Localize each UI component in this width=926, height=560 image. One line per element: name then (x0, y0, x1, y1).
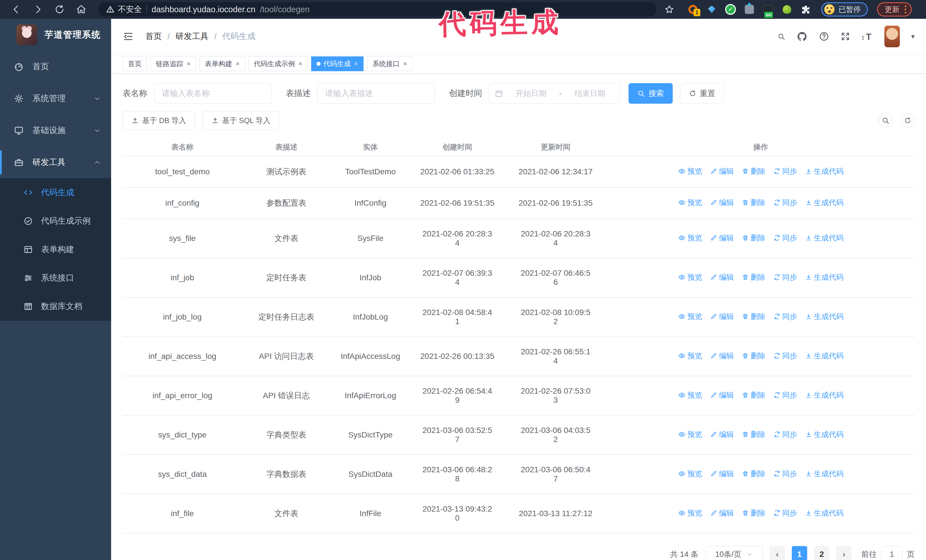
hamburger-icon[interactable] (123, 31, 134, 42)
browser-update-button[interactable]: 更新 (877, 2, 912, 17)
action-edit-link[interactable]: 编辑 (710, 351, 734, 360)
action-sync-link[interactable]: 同步 (773, 198, 797, 207)
action-edit-link[interactable]: 编辑 (710, 273, 734, 282)
browser-reload-button[interactable] (51, 2, 68, 17)
extension-icon-gem[interactable] (706, 4, 717, 15)
action-preview-link[interactable]: 预览 (678, 430, 702, 439)
extensions-puzzle-icon[interactable] (800, 4, 811, 15)
toggle-search-button[interactable] (879, 114, 893, 127)
sidebar-item-home[interactable]: 首页 (0, 51, 111, 83)
extension-icon-orange[interactable]: 1 (687, 4, 699, 15)
action-generate-link[interactable]: 生成代码 (805, 273, 844, 282)
reset-button[interactable]: 重置 (680, 83, 724, 104)
action-delete-link[interactable]: 删除 (742, 469, 766, 478)
action-delete-link[interactable]: 删除 (742, 509, 766, 518)
site-security-warning[interactable]: 不安全 (106, 4, 142, 15)
action-edit-link[interactable]: 编辑 (710, 198, 734, 207)
refresh-table-button[interactable] (901, 114, 915, 127)
sidebar-item-form-builder[interactable]: 表单构建 (0, 235, 111, 264)
page-button-1[interactable]: 1 (792, 546, 807, 560)
action-edit-link[interactable]: 编辑 (710, 233, 734, 242)
search-button[interactable]: 搜索 (628, 83, 673, 104)
action-sync-link[interactable]: 同步 (773, 469, 797, 478)
action-generate-link[interactable]: 生成代码 (805, 509, 844, 518)
action-edit-link[interactable]: 编辑 (710, 167, 734, 176)
action-sync-link[interactable]: 同步 (773, 509, 797, 518)
table-name-input[interactable] (154, 83, 272, 104)
close-icon[interactable]: × (403, 60, 407, 68)
action-generate-link[interactable]: 生成代码 (805, 351, 844, 360)
date-range-picker[interactable]: 开始日期 - 结束日期 (489, 83, 620, 104)
close-icon[interactable]: × (354, 60, 358, 68)
action-edit-link[interactable]: 编辑 (710, 469, 734, 478)
extension-icon-proxy[interactable]: on (763, 4, 774, 15)
fullscreen-icon[interactable] (841, 32, 850, 41)
action-preview-link[interactable]: 预览 (678, 233, 702, 242)
tab-api[interactable]: 系统接口× (367, 56, 413, 71)
tab-codegen-example[interactable]: 代码生成示例× (248, 56, 308, 71)
action-delete-link[interactable]: 删除 (742, 430, 766, 439)
page-size-select[interactable]: 10条/页 (706, 546, 763, 560)
search-icon[interactable] (778, 33, 785, 41)
action-delete-link[interactable]: 删除 (742, 312, 766, 321)
browser-back-button[interactable] (8, 2, 25, 17)
prev-page-button[interactable]: ‹ (770, 546, 785, 560)
action-edit-link[interactable]: 编辑 (710, 391, 734, 400)
action-preview-link[interactable]: 预览 (678, 391, 702, 400)
browser-home-button[interactable] (73, 2, 90, 17)
action-sync-link[interactable]: 同步 (773, 430, 797, 439)
import-sql-button[interactable]: 基于 SQL 导入 (203, 111, 280, 130)
action-edit-link[interactable]: 编辑 (710, 509, 734, 518)
bookmark-star-icon[interactable] (660, 2, 678, 17)
action-delete-link[interactable]: 删除 (742, 233, 766, 242)
close-icon[interactable]: × (236, 60, 240, 68)
sidebar-item-devtools[interactable]: 研发工具 (0, 146, 111, 178)
browser-forward-button[interactable] (29, 2, 47, 17)
browser-menu-icon[interactable] (905, 5, 906, 14)
action-generate-link[interactable]: 生成代码 (805, 198, 844, 207)
action-delete-link[interactable]: 删除 (742, 391, 766, 400)
text-size-icon[interactable]: tT (862, 31, 873, 42)
goto-page-input[interactable] (881, 546, 902, 560)
tab-home[interactable]: 首页 (123, 56, 147, 71)
action-generate-link[interactable]: 生成代码 (805, 430, 844, 439)
action-preview-link[interactable]: 预览 (678, 469, 702, 478)
action-sync-link[interactable]: 同步 (773, 167, 797, 176)
table-desc-input[interactable] (318, 83, 435, 104)
import-db-button[interactable]: 基于 DB 导入 (123, 111, 195, 130)
page-button-2[interactable]: 2 (814, 546, 829, 560)
action-delete-link[interactable]: 删除 (742, 167, 766, 176)
tab-tracing[interactable]: 链路追踪× (150, 56, 196, 71)
user-avatar[interactable] (884, 26, 900, 47)
action-edit-link[interactable]: 编辑 (710, 312, 734, 321)
action-preview-link[interactable]: 预览 (678, 273, 702, 282)
next-page-button[interactable]: › (836, 546, 852, 560)
extension-icon-key[interactable] (781, 4, 793, 15)
sidebar-item-codegen-example[interactable]: 代码生成示例 (0, 207, 111, 235)
action-edit-link[interactable]: 编辑 (710, 430, 734, 439)
help-icon[interactable] (819, 31, 829, 42)
address-bar[interactable]: 不安全 dashboard.yudao.iocoder.cn/tool/code… (98, 2, 657, 17)
action-generate-link[interactable]: 生成代码 (805, 391, 844, 400)
action-preview-link[interactable]: 预览 (678, 198, 702, 207)
sidebar-item-system[interactable]: 系统管理 (0, 83, 111, 115)
action-generate-link[interactable]: 生成代码 (805, 167, 844, 176)
sidebar-item-db-doc[interactable]: 数据库文档 (0, 292, 111, 321)
action-generate-link[interactable]: 生成代码 (805, 469, 844, 478)
action-preview-link[interactable]: 预览 (678, 351, 702, 360)
sidebar-item-codegen[interactable]: 代码生成 (0, 178, 111, 207)
breadcrumb-devtools[interactable]: 研发工具 (176, 31, 209, 42)
action-sync-link[interactable]: 同步 (773, 391, 797, 400)
action-preview-link[interactable]: 预览 (678, 509, 702, 518)
action-sync-link[interactable]: 同步 (773, 233, 797, 242)
action-sync-link[interactable]: 同步 (773, 351, 797, 360)
sidebar-item-infra[interactable]: 基础设施 (0, 115, 111, 146)
action-generate-link[interactable]: 生成代码 (805, 233, 844, 242)
action-generate-link[interactable]: 生成代码 (805, 312, 844, 321)
extension-icon-gray[interactable] (744, 4, 755, 15)
action-delete-link[interactable]: 删除 (742, 351, 766, 360)
sidebar-item-api[interactable]: 系统接口 (0, 264, 111, 292)
action-delete-link[interactable]: 删除 (742, 273, 766, 282)
breadcrumb-home[interactable]: 首页 (145, 31, 162, 42)
extension-icon-shield[interactable]: ✓ (725, 4, 736, 15)
